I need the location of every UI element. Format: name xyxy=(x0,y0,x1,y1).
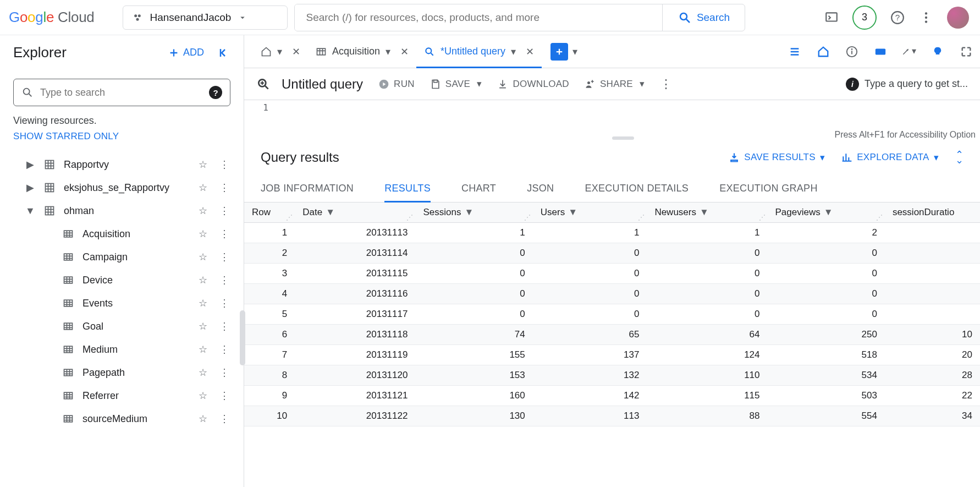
info-icon[interactable] xyxy=(845,46,859,58)
search-button[interactable]: Search xyxy=(662,4,745,31)
more-vert-icon[interactable]: ⋮ xyxy=(219,343,230,355)
dataset-item[interactable]: ▼ ohman ☆ ⋮ xyxy=(13,199,230,222)
tab-untitled-query[interactable]: *Untitled query ▾ ✕ xyxy=(416,35,542,68)
search-input[interactable] xyxy=(295,4,662,31)
tab-execution-graph[interactable]: EXECUTION GRAPH xyxy=(719,175,818,202)
fullscreen-icon[interactable] xyxy=(959,46,973,58)
table-item[interactable]: Device ☆ ⋮ xyxy=(13,269,230,292)
more-vert-icon[interactable]: ⋮ xyxy=(219,228,230,240)
star-icon[interactable]: ☆ xyxy=(199,343,212,355)
more-vert-icon[interactable]: ⋮ xyxy=(219,413,230,425)
magic-wand-icon[interactable]: ▾ xyxy=(902,46,916,58)
scrollbar-thumb[interactable] xyxy=(240,310,245,365)
collapse-icon[interactable]: ▼ xyxy=(24,205,36,217)
chevron-down-icon[interactable]: ▾ xyxy=(511,46,516,58)
star-icon[interactable]: ☆ xyxy=(199,297,212,309)
star-icon[interactable]: ☆ xyxy=(199,320,212,332)
resize-handle[interactable] xyxy=(612,136,634,140)
tab-job-information[interactable]: JOB INFORMATION xyxy=(261,175,354,202)
new-tab-button[interactable] xyxy=(550,43,568,61)
star-icon[interactable]: ☆ xyxy=(199,205,212,217)
home-icon[interactable] xyxy=(816,46,830,58)
table-row[interactable]: 92013112116014211550322 xyxy=(244,386,980,406)
table-item[interactable]: Pagepath ☆ ⋮ xyxy=(13,361,230,384)
more-vert-icon[interactable]: ⋮ xyxy=(219,320,230,332)
star-icon[interactable]: ☆ xyxy=(199,366,212,379)
save-button[interactable]: SAVE▾ xyxy=(430,78,482,90)
explore-data-button[interactable]: EXPLORE DATA▾ xyxy=(841,152,939,163)
table-item[interactable]: Acquisition ☆ ⋮ xyxy=(13,222,230,245)
table-item[interactable]: Campaign ☆ ⋮ xyxy=(13,245,230,269)
col-row[interactable]: Row⋰ xyxy=(244,203,295,223)
table-row[interactable]: 3201311150000 xyxy=(244,264,980,284)
col-sessions[interactable]: Sessions▼⋰ xyxy=(415,203,532,223)
new-tab-dropdown[interactable]: ▾ xyxy=(568,35,582,68)
table-row[interactable]: 82013112015313211053428 xyxy=(244,365,980,386)
more-vert-icon[interactable]: ⋮ xyxy=(219,390,230,402)
more-vert-icon[interactable]: ⋮ xyxy=(219,297,230,309)
tab-results[interactable]: RESULTS xyxy=(384,175,431,202)
tab-acquisition[interactable]: Acquisition ▾ ✕ xyxy=(308,35,416,68)
table-row[interactable]: 5201311170000 xyxy=(244,304,980,325)
more-vert-icon[interactable]: ⋮ xyxy=(219,251,230,263)
keyboard-icon[interactable] xyxy=(873,46,888,58)
star-icon[interactable]: ☆ xyxy=(199,413,212,425)
dataset-item[interactable]: ▶ eksjohus_se_Rapportvy ☆ ⋮ xyxy=(13,176,230,199)
dataset-item[interactable]: ▶ Rapportvy ☆ ⋮ xyxy=(13,153,230,176)
close-icon[interactable]: ✕ xyxy=(526,46,534,58)
table-row[interactable]: 4201311160000 xyxy=(244,284,980,304)
tab-home[interactable]: ▾ ✕ xyxy=(253,35,308,68)
chevron-down-icon[interactable]: ▾ xyxy=(386,46,390,58)
tab-chart[interactable]: CHART xyxy=(461,175,496,202)
search-help-icon[interactable]: ? xyxy=(209,86,222,99)
col-users[interactable]: Users▼⋰ xyxy=(533,203,647,223)
more-vert-icon[interactable]: ⋮ xyxy=(219,274,230,286)
more-vert-icon[interactable]: ⋮ xyxy=(219,366,230,379)
help-icon[interactable]: ? xyxy=(890,10,905,25)
star-icon[interactable]: ☆ xyxy=(199,274,212,286)
close-icon[interactable]: ✕ xyxy=(292,46,300,58)
table-item[interactable]: Medium ☆ ⋮ xyxy=(13,338,230,361)
expand-icon[interactable]: ▶ xyxy=(24,158,36,171)
more-vert-icon[interactable] xyxy=(918,10,934,25)
collapse-panel-icon[interactable] xyxy=(217,46,230,59)
lightbulb-icon[interactable] xyxy=(931,46,945,58)
star-icon[interactable]: ☆ xyxy=(199,251,212,263)
expand-collapse-icon[interactable]: ⌃⌄ xyxy=(955,152,964,163)
tab-json[interactable]: JSON xyxy=(527,175,554,202)
tab-execution-details[interactable]: EXECUTION DETAILS xyxy=(585,175,689,202)
more-vert-icon[interactable]: ⋮ xyxy=(219,182,230,194)
table-row[interactable]: 72013111915513712451820 xyxy=(244,345,980,365)
star-icon[interactable]: ☆ xyxy=(199,182,212,194)
cloud-shell-icon[interactable] xyxy=(824,10,839,25)
col-duration[interactable]: sessionDuratio xyxy=(885,203,980,223)
col-newusers[interactable]: Newusers▼⋰ xyxy=(647,203,767,223)
sql-editor[interactable]: 1 Press Alt+F1 for Accessibility Option xyxy=(244,100,980,140)
gcp-logo[interactable]: Google Cloud xyxy=(9,9,94,26)
table-row[interactable]: 10201311221301138855434 xyxy=(244,406,980,426)
table-item[interactable]: sourceMedium ☆ ⋮ xyxy=(13,407,230,430)
expand-icon[interactable]: ▶ xyxy=(24,182,36,194)
more-vert-icon[interactable]: ⋮ xyxy=(219,205,230,217)
project-picker[interactable]: HansenandJacob xyxy=(123,6,288,30)
save-results-button[interactable]: SAVE RESULTS▾ xyxy=(729,152,825,163)
account-avatar[interactable] xyxy=(947,7,969,29)
table-row[interactable]: 62013111874656425010 xyxy=(244,325,980,345)
close-icon[interactable]: ✕ xyxy=(400,46,409,58)
explorer-search-input[interactable] xyxy=(40,87,202,99)
star-icon[interactable]: ☆ xyxy=(199,390,212,402)
chevron-down-icon[interactable]: ▾ xyxy=(277,46,282,58)
table-item[interactable]: Goal ☆ ⋮ xyxy=(13,315,230,338)
run-button[interactable]: RUN xyxy=(378,79,415,90)
share-button[interactable]: SHARE▾ xyxy=(585,78,645,90)
download-button[interactable]: DOWNLOAD xyxy=(497,79,569,90)
table-item[interactable]: Referrer ☆ ⋮ xyxy=(13,384,230,407)
more-vert-icon[interactable]: ⋮ xyxy=(660,77,672,91)
col-pageviews[interactable]: Pageviews▼⋰ xyxy=(768,203,885,223)
more-vert-icon[interactable]: ⋮ xyxy=(219,158,230,171)
show-starred-button[interactable]: SHOW STARRED ONLY xyxy=(13,131,230,142)
table-row[interactable]: 1201311131112 xyxy=(244,223,980,243)
table-item[interactable]: Events ☆ ⋮ xyxy=(13,292,230,315)
trial-badge[interactable]: 3 xyxy=(852,6,877,30)
col-date[interactable]: Date▼⋰ xyxy=(295,203,415,223)
